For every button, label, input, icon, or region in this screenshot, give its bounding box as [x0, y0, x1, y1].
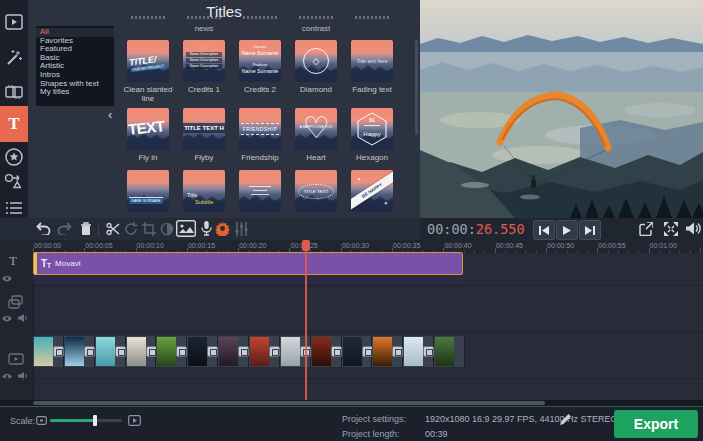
transitions-icon[interactable]	[0, 80, 28, 104]
category-my-titles[interactable]: My titles	[36, 88, 114, 97]
clip-thumbnail	[188, 337, 207, 366]
callouts-icon[interactable]	[0, 170, 28, 192]
video-clip[interactable]	[372, 336, 403, 367]
scale-slider-handle[interactable]	[93, 415, 97, 426]
clip-trim-handle[interactable]	[34, 253, 37, 274]
transition-badge[interactable]	[115, 346, 126, 357]
category-list: AllFavoritesFeaturedBasicArtisticIntrosS…	[36, 26, 114, 106]
timecode-prefix: 00:00:	[427, 221, 476, 237]
title-style-hexagon[interactable]: BEHappy	[351, 108, 393, 150]
title-style-fading-text[interactable]: Title text here	[351, 40, 393, 82]
playhead-handle[interactable]	[302, 240, 310, 251]
clipped-thumbnail-label	[243, 16, 277, 19]
transition-badge[interactable]	[207, 346, 218, 357]
transition-badge[interactable]	[362, 346, 373, 357]
title-style-label: Hexagon	[343, 153, 401, 162]
pencil-icon[interactable]	[560, 414, 571, 425]
video-clip[interactable]	[95, 336, 126, 367]
video-clip[interactable]	[187, 336, 218, 367]
image-icon[interactable]	[175, 218, 197, 239]
title-style-ribbon[interactable]: BE HAPPY✶✶	[351, 170, 393, 212]
scale-min-icon[interactable]	[36, 416, 47, 425]
transition-badge[interactable]	[423, 346, 434, 357]
titles-icon[interactable]: T	[0, 106, 28, 142]
transition-badge[interactable]	[176, 346, 187, 357]
title-style-fly-in[interactable]: TEXT	[127, 108, 169, 150]
rotate-icon[interactable]	[121, 218, 141, 239]
delete-icon[interactable]	[76, 218, 96, 239]
previous-frame-button[interactable]	[533, 220, 555, 240]
transition-badge[interactable]	[238, 346, 249, 357]
panel-scrollbar[interactable]	[415, 40, 418, 135]
audio-levels-icon[interactable]	[231, 218, 251, 239]
title-style-dotted[interactable]: TITLE TEXT	[295, 170, 337, 212]
title-style-diamond[interactable]: ◇	[295, 40, 337, 82]
undo-icon[interactable]	[33, 218, 53, 239]
linked-track-visibility-icon[interactable]	[2, 315, 12, 322]
video-clip[interactable]	[218, 336, 249, 367]
title-style-quote[interactable]	[239, 170, 281, 212]
redo-icon[interactable]	[54, 218, 74, 239]
ruler-label: 00:00:20	[239, 242, 266, 249]
export-button[interactable]: Export	[614, 410, 698, 438]
video-clip[interactable]	[64, 336, 95, 367]
scale-slider[interactable]	[50, 419, 122, 422]
volume-icon[interactable]	[683, 218, 703, 239]
title-style-subtitle[interactable]: TitleSubtitle	[183, 170, 225, 212]
crop-icon[interactable]	[139, 218, 159, 239]
video-clip[interactable]	[156, 336, 187, 367]
title-style-credits-2[interactable]: DirectorName SurnameProducerName Surname	[239, 40, 281, 82]
transition-badge[interactable]	[269, 346, 280, 357]
title-clip-icon-small: T	[47, 262, 51, 269]
video-clip[interactable]	[434, 336, 465, 367]
title-style-lowerthird[interactable]: NAME SURNAME	[127, 170, 169, 212]
project-length-value: 00:39	[425, 429, 448, 439]
status-bar: Scale: Project settings: 1920x1080 16:9 …	[0, 406, 703, 441]
transition-badge[interactable]	[392, 346, 403, 357]
title-clip-movavi[interactable]: TT Movavi	[33, 252, 463, 275]
app-window: T Titles AllFavoritesFeaturedBasicArtist…	[0, 0, 703, 441]
titles-track-visibility-icon[interactable]	[2, 275, 12, 282]
ruler-label: 00:00:05	[85, 242, 112, 249]
video-clip[interactable]	[33, 336, 64, 367]
color-adjust-icon[interactable]	[157, 218, 177, 239]
title-style-credits-1[interactable]: TitleName DescriptionName DescriptionNam…	[183, 40, 225, 82]
media-icon[interactable]	[0, 10, 28, 34]
scale-max-icon[interactable]	[128, 415, 141, 426]
linked-track-mute-icon[interactable]	[18, 314, 28, 322]
playhead[interactable]	[305, 240, 307, 400]
filters-icon[interactable]	[0, 46, 28, 70]
hscrollbar-thumb[interactable]	[33, 401, 545, 405]
more-tools-icon[interactable]	[0, 198, 28, 218]
transition-badge[interactable]	[331, 346, 342, 357]
video-clip[interactable]	[403, 336, 434, 367]
video-clip[interactable]	[342, 336, 373, 367]
title-style-flyby[interactable]: TITLE TEXT H	[183, 108, 225, 150]
transition-badge[interactable]	[53, 346, 64, 357]
title-style-clean-slanted-line[interactable]: TITLE/FOR MY PROJECT	[127, 40, 169, 82]
title-style-label: Fly in	[119, 153, 177, 162]
collapse-panel-icon[interactable]: ‹	[108, 108, 112, 121]
ruler-label: 00:00:30	[342, 242, 369, 249]
title-style-friendship[interactable]: FRIENDSHIP	[239, 108, 281, 150]
titles-track-icon: T	[9, 253, 17, 269]
stickers-icon[interactable]	[0, 146, 28, 168]
video-clip[interactable]	[249, 336, 280, 367]
ruler-label: 00:00:40	[444, 242, 471, 249]
clip-properties-icon[interactable]	[212, 218, 232, 239]
clip-thumbnail	[373, 337, 392, 366]
unplug-player-icon[interactable]	[636, 218, 656, 239]
split-icon[interactable]	[103, 218, 123, 239]
video-clip[interactable]	[311, 336, 342, 367]
clipped-thumbnail-label	[355, 16, 389, 19]
next-frame-button[interactable]	[579, 220, 601, 240]
transition-badge[interactable]	[84, 346, 95, 357]
video-track-icon	[8, 353, 24, 365]
title-style-heart[interactable]: ♡A HAPPY LOVE YOU	[295, 108, 337, 150]
ruler-label: 00:00:00	[34, 242, 61, 249]
play-button[interactable]	[556, 220, 578, 240]
video-clip[interactable]	[126, 336, 157, 367]
fullscreen-icon[interactable]	[661, 218, 681, 239]
transition-badge[interactable]	[146, 346, 157, 357]
ruler-label: 00:00:50	[547, 242, 574, 249]
